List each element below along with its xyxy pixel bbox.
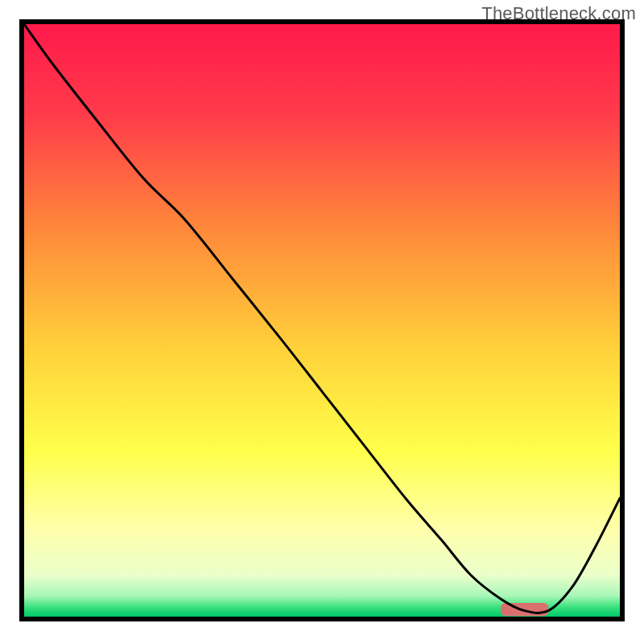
watermark-text: TheBottleneck.com: [481, 3, 636, 24]
chart-stage: TheBottleneck.com: [0, 0, 644, 644]
plot-area: [24, 24, 620, 617]
bottleneck-chart: [0, 0, 644, 644]
